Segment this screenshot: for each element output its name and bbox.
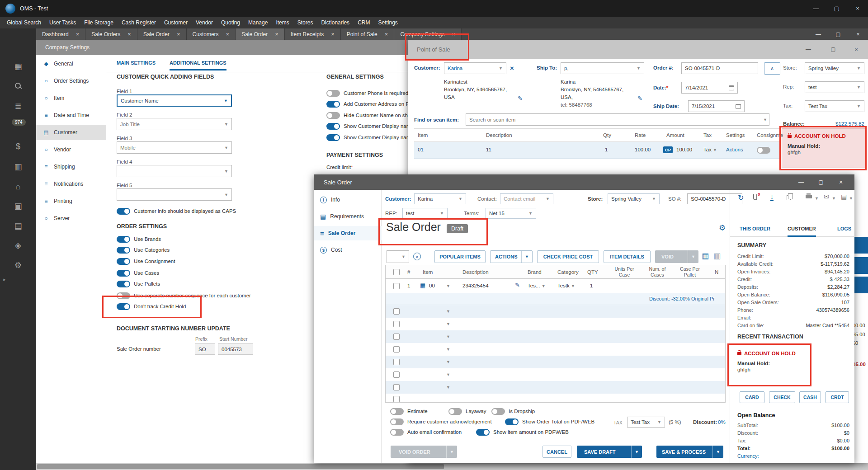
field5-dropdown[interactable]: ▼ xyxy=(117,188,232,201)
so-terms-dropdown[interactable]: Net 15▼ xyxy=(486,208,536,219)
pos-tax-dropdown[interactable]: Test Tax▼ xyxy=(805,100,864,112)
tab-this-order[interactable]: THIS ORDER xyxy=(740,226,770,231)
restore-icon[interactable]: ▢ xyxy=(828,28,848,40)
use-consignment-toggle[interactable] xyxy=(117,258,130,265)
hide-customer-name-toggle[interactable] xyxy=(326,112,340,119)
tab-main-settings[interactable]: MAIN SETTINGS xyxy=(117,60,156,66)
caps-toggle[interactable] xyxy=(117,208,130,215)
show-display-name-toggle-2[interactable] xyxy=(326,134,340,141)
search-icon[interactable] xyxy=(15,83,21,89)
discount-value[interactable]: 0% xyxy=(718,419,726,425)
show-item-amount-toggle[interactable] xyxy=(476,429,490,436)
empty-row[interactable]: ▼ xyxy=(386,318,725,330)
layaway-toggle[interactable] xyxy=(448,408,462,415)
tab-item-receipts[interactable]: Item Receipts× xyxy=(285,28,341,40)
field1-dropdown[interactable]: Customer Name▼ xyxy=(117,94,232,107)
pos-date-input[interactable]: 7/14/2021 xyxy=(681,82,738,94)
minimize-icon[interactable]: — xyxy=(798,40,818,59)
menu-cash-register[interactable]: Cash Register xyxy=(118,19,160,26)
row-checkbox[interactable] xyxy=(393,283,400,289)
so-store-dropdown[interactable]: Spring Valley▼ xyxy=(608,193,660,204)
close-icon[interactable]: × xyxy=(127,31,131,38)
phone-required-toggle[interactable] xyxy=(326,90,340,97)
tab-sale-orders[interactable]: Sale Orders× xyxy=(85,28,137,40)
cs-nav-server[interactable]: ○Server xyxy=(36,211,106,226)
cell-tax-dropdown[interactable]: Tax ▼ xyxy=(703,147,717,152)
use-pallets-toggle[interactable] xyxy=(117,281,130,287)
tab-sale-order-1[interactable]: Sale Order× xyxy=(137,28,187,40)
close-icon[interactable]: × xyxy=(76,31,80,38)
chevron-down-icon[interactable]: ▼ xyxy=(446,360,450,364)
chevron-down-icon[interactable]: ▼ xyxy=(446,347,450,352)
menu-items[interactable]: Items xyxy=(272,19,293,26)
menu-global-search[interactable]: Global Search xyxy=(3,19,45,26)
edit-billing-address-icon[interactable]: ✎ xyxy=(518,95,523,102)
chevron-down-icon[interactable]: ▼ xyxy=(446,322,450,326)
money-icon[interactable]: $ xyxy=(0,142,36,151)
pos-edge-button[interactable] xyxy=(854,237,868,254)
menu-dictionaries[interactable]: Dictionaries xyxy=(317,19,354,26)
clear-customer-icon[interactable]: × xyxy=(510,64,514,72)
so-tax-dropdown[interactable]: Test Tax▼ xyxy=(627,417,665,428)
pos-edge-button[interactable] xyxy=(854,257,868,274)
chevron-down-icon[interactable]: ▼ xyxy=(631,446,642,458)
empty-row[interactable]: ▼ xyxy=(386,343,725,356)
pos-store-dropdown[interactable]: Spring Valley▼ xyxy=(805,62,864,74)
scrollbar-thumb[interactable] xyxy=(37,464,444,469)
chevron-down-icon[interactable]: ▼ xyxy=(712,446,723,458)
chevron-down-icon[interactable]: ▼ xyxy=(446,309,450,314)
tab-point-of-sale[interactable]: Point of Sale× xyxy=(341,28,395,40)
empty-row[interactable]: ▼ xyxy=(386,330,725,343)
so-nav-sale-order[interactable]: ≡Sale Order xyxy=(314,226,382,240)
minimize-icon[interactable]: — xyxy=(806,0,826,17)
so-table-row-1[interactable]: 1 ▦ 00 ▼ 234325454 ✎ Tes... ▼ Testk ▼ 1 xyxy=(386,279,725,293)
row-checkbox[interactable] xyxy=(393,346,400,352)
collapse-header-button[interactable]: ∧ xyxy=(764,62,780,75)
row-checkbox[interactable] xyxy=(393,321,400,327)
tab-company-settings[interactable]: Company Settings× xyxy=(394,28,462,40)
show-order-total-toggle[interactable] xyxy=(505,418,519,425)
row-checkbox[interactable] xyxy=(393,334,400,340)
file-storage-icon[interactable]: ≣ xyxy=(0,102,36,111)
menu-file-storage[interactable]: File Storage xyxy=(80,19,118,26)
close-icon[interactable]: × xyxy=(452,31,455,38)
pos-edge-button[interactable] xyxy=(854,277,868,293)
dont-track-credit-hold-toggle[interactable] xyxy=(117,303,130,310)
cancel-button[interactable]: CANCEL xyxy=(542,446,571,458)
sale-order-titlebar[interactable]: Sale Order — ▢ × xyxy=(314,174,854,190)
menu-manage[interactable]: Manage xyxy=(244,19,272,26)
list-view-icon[interactable]: ▥ xyxy=(713,251,721,261)
empty-row[interactable]: ▼ xyxy=(386,356,725,368)
row-actions-link[interactable]: Actions xyxy=(726,147,743,152)
contacts-icon[interactable]: ▥ xyxy=(0,162,36,171)
check-button[interactable]: CHECK xyxy=(769,391,795,403)
chevron-down-icon[interactable]: ▼ xyxy=(446,372,450,377)
row-checkbox[interactable] xyxy=(393,384,400,390)
item-details-button[interactable]: ITEM DETAILS xyxy=(604,250,651,263)
filter-dropdown[interactable]: ▼ xyxy=(387,250,409,263)
store-icon[interactable]: ⌂ xyxy=(0,182,36,191)
close-icon[interactable]: × xyxy=(846,40,866,59)
use-cases-toggle[interactable] xyxy=(117,270,130,277)
minimize-icon[interactable]: — xyxy=(791,174,811,190)
field3-dropdown[interactable]: Mobile▼ xyxy=(117,141,232,154)
maximize-icon[interactable]: ▢ xyxy=(823,40,843,59)
add-customer-address-toggle[interactable] xyxy=(326,101,340,108)
is-dropship-toggle[interactable] xyxy=(491,408,505,415)
field2-dropdown[interactable]: Job Title▼ xyxy=(117,118,232,130)
flyout-arrow-icon[interactable]: ▸ xyxy=(0,275,23,284)
tab-customer[interactable]: CUSTOMER xyxy=(788,226,816,237)
edit-shipping-address-icon[interactable]: ✎ xyxy=(637,95,642,102)
cs-nav-date-time[interactable]: ≡Date and Time xyxy=(36,108,106,123)
show-display-name-toggle-1[interactable] xyxy=(326,123,340,130)
start-number-input[interactable] xyxy=(218,343,253,355)
cell-brand-dropdown[interactable]: Tes... ▼ xyxy=(528,283,546,288)
pos-rep-dropdown[interactable]: test▼ xyxy=(805,81,864,93)
clear-filter-icon[interactable]: × xyxy=(413,253,421,260)
so-nav-info[interactable]: iInfo xyxy=(314,193,382,207)
close-icon[interactable]: × xyxy=(831,174,851,190)
close-icon[interactable]: × xyxy=(275,31,278,38)
auto-email-toggle[interactable] xyxy=(390,429,404,436)
so-nav-cost[interactable]: $Cost xyxy=(314,243,382,257)
cp-badge[interactable]: CP xyxy=(663,146,673,153)
